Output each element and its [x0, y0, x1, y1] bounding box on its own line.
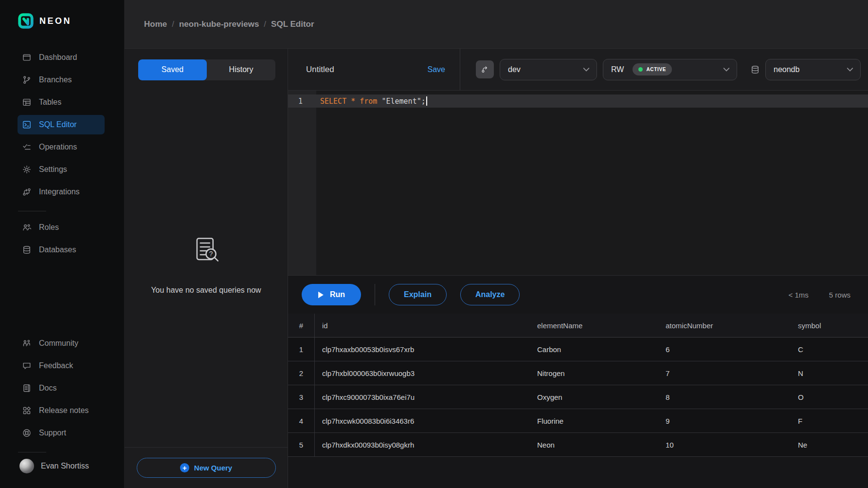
sidebar-item-databases[interactable]: Databases — [18, 240, 105, 260]
table-cell: Neon — [530, 433, 658, 456]
table-cell: 9 — [658, 409, 791, 432]
analyze-button[interactable]: Analyze — [460, 284, 520, 305]
chevron-down-icon — [723, 67, 730, 72]
sidebar-nav-help: CommunityFeedbackDocsRelease notesSuppor… — [0, 334, 124, 446]
code-token: * — [351, 97, 355, 106]
table-cell: Ne — [791, 433, 868, 456]
dashboard-icon — [22, 53, 31, 62]
sql-editor-icon — [22, 120, 31, 129]
table-cell: clp7hxdkx00093b0isy08gkrh — [315, 433, 530, 456]
breadcrumb-home[interactable]: Home — [144, 19, 167, 29]
table-row: 2clp7hxbl000063b0ixrwuogb3Nitrogen7N — [288, 361, 868, 385]
row-index: 3 — [288, 385, 315, 409]
settings-icon — [22, 165, 31, 174]
new-query-label: New Query — [194, 464, 232, 472]
tables-icon — [22, 98, 31, 107]
sidebar-item-settings[interactable]: Settings — [18, 160, 105, 179]
explain-button[interactable]: Explain — [389, 284, 447, 305]
sidebar-item-label: Integrations — [39, 188, 80, 196]
sql-workspace: Untitled Save dev RW AC — [288, 49, 868, 488]
saved-panel-body: ? You have no saved queries now — [125, 91, 288, 447]
code-token: "Element" — [381, 97, 421, 106]
saved-panel-footer: + New Query — [125, 447, 288, 488]
breadcrumb-project[interactable]: neon-kube-previews — [179, 19, 259, 29]
new-query-button[interactable]: + New Query — [137, 458, 276, 478]
code-token: SELECT — [320, 97, 346, 106]
run-button[interactable]: Run — [302, 284, 361, 305]
endpoint-select[interactable]: RW ACTIVE — [603, 59, 737, 80]
sidebar: NEON DashboardBranchesTablesSQL EditorOp… — [0, 0, 125, 488]
row-index: 4 — [288, 409, 315, 432]
table-row: 1clp7hxaxb00053b0isvs67xrbCarbon6C — [288, 338, 868, 361]
tab-saved[interactable]: Saved — [138, 59, 207, 80]
release-notes-icon — [22, 406, 31, 415]
sidebar-item-feedback[interactable]: Feedback — [18, 356, 105, 375]
table-row: 4clp7hxcwk00083b0i6i3463r6Fluorine9F — [288, 409, 868, 433]
sidebar-item-tables[interactable]: Tables — [18, 93, 105, 112]
sidebar-item-integrations[interactable]: Integrations — [18, 182, 105, 202]
status-badge-label: ACTIVE — [646, 67, 666, 72]
sidebar-item-sql-editor[interactable]: SQL Editor — [18, 115, 105, 134]
column-header: id — [315, 314, 530, 337]
empty-state: ? You have no saved queries now — [125, 234, 288, 295]
database-select[interactable]: neondb — [765, 59, 861, 80]
editor-gutter — [288, 91, 316, 275]
table-cell: 8 — [658, 385, 791, 409]
connection-controls: dev RW ACTIVE — [460, 49, 868, 90]
saved-history-tabs: Saved History — [138, 59, 275, 80]
endpoint-select-value: RW — [611, 65, 624, 74]
column-header: atomicNumber — [658, 314, 791, 337]
column-header: symbol — [791, 314, 868, 337]
sidebar-item-release-notes[interactable]: Release notes — [18, 401, 105, 420]
content: Saved History — [125, 49, 868, 488]
query-title[interactable]: Untitled — [306, 65, 334, 75]
sidebar-item-docs[interactable]: Docs — [18, 378, 105, 398]
sidebar-item-operations[interactable]: Operations — [18, 137, 105, 157]
sidebar-item-community[interactable]: Community — [18, 334, 105, 353]
query-actions-bar: Run Explain Analyze < 1ms 5 rows — [288, 275, 868, 314]
table-cell: 10 — [658, 433, 791, 456]
neon-logo[interactable]: NEON — [0, 0, 124, 42]
user-menu[interactable]: Evan Shortiss — [19, 459, 124, 473]
sidebar-item-label: Feedback — [39, 361, 73, 370]
table-cell: O — [791, 385, 868, 409]
sidebar-divider — [18, 452, 46, 452]
chevron-down-icon — [847, 67, 853, 72]
saved-queries-panel: Saved History — [125, 49, 288, 488]
code-token: ; — [421, 97, 426, 106]
table-row: 5clp7hxdkx00093b0isy08gkrhNeon10Ne — [288, 433, 868, 457]
branches-icon — [22, 75, 31, 84]
editor-toolbar: Untitled Save dev RW AC — [288, 49, 868, 91]
table-cell: 6 — [658, 338, 791, 361]
sidebar-divider — [18, 211, 46, 211]
table-row: 3clp7hxc9000073b0ixa76ei7uOxygen8O — [288, 385, 868, 409]
table-cell: Nitrogen — [530, 361, 658, 385]
integrations-icon — [22, 188, 31, 196]
branch-icon-button[interactable] — [476, 60, 494, 78]
results-table: #idelementNameatomicNumbersymbol1clp7hxa… — [288, 314, 868, 488]
tab-history[interactable]: History — [207, 59, 275, 80]
branch-icon — [481, 65, 489, 74]
table-cell: clp7hxcwk00083b0i6i3463r6 — [315, 409, 530, 432]
code-token: from — [360, 97, 377, 106]
databases-icon — [22, 245, 31, 254]
brand-wordmark: NEON — [39, 16, 72, 26]
query-title-group: Untitled Save — [288, 49, 460, 90]
sidebar-nav-data: RolesDatabases — [0, 218, 124, 263]
table-cell: Fluorine — [530, 409, 658, 432]
query-metrics: < 1ms 5 rows — [789, 291, 859, 299]
saved-panel-header: Saved History — [125, 49, 288, 91]
sidebar-item-support[interactable]: Support — [18, 423, 105, 443]
code-token — [355, 97, 360, 106]
sql-editor-area[interactable]: 1 SELECT * from "Element"; — [288, 91, 868, 275]
save-query-button[interactable]: Save — [428, 65, 445, 74]
database-select-value: neondb — [774, 65, 799, 74]
sidebar-item-roles[interactable]: Roles — [18, 218, 105, 237]
database-icon — [751, 65, 760, 74]
sidebar-item-label: Settings — [39, 165, 67, 174]
column-header: elementName — [530, 314, 658, 337]
sidebar-item-branches[interactable]: Branches — [18, 70, 105, 90]
sidebar-item-dashboard[interactable]: Dashboard — [18, 48, 105, 67]
branch-select[interactable]: dev — [500, 59, 597, 80]
query-duration: < 1ms — [789, 291, 809, 299]
